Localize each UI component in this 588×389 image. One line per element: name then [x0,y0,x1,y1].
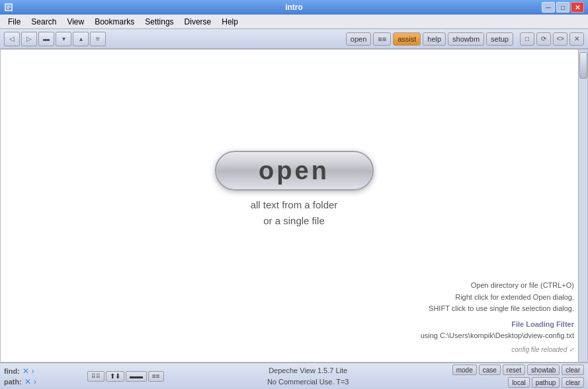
path-row: path: ✕ › [4,377,83,386]
title-bar-left [4,3,13,12]
info-open-title: Open directory or file (CTRL+O) [421,280,574,292]
setup-button[interactable]: setup [486,32,513,46]
info-filter-title: File Loading Filter [421,319,574,331]
subtitle-line2: or a single file [251,213,338,229]
copy-icon-button[interactable]: □ [520,32,534,46]
sort-icon-btn[interactable]: ⬆⬇ [106,371,124,382]
lines-icon-btn[interactable]: ▬▬ [126,371,147,382]
config-reload-text: config file reloaded ✓ [421,345,574,355]
find-arrow-icon[interactable]: › [32,367,34,376]
status-line1: Depeche View 1.5.7 Lite [168,365,448,376]
open-button[interactable]: open [346,32,371,46]
main-open-button[interactable]: open [215,151,374,191]
clear-button-bottom[interactable]: clear [562,377,584,388]
lines-button[interactable]: ≡≡ [373,32,391,46]
path-label: path: [4,378,22,386]
menu-settings[interactable]: Settings [140,16,179,28]
toolbar: ◁ ▷ ▬ ▾ ▴ ≡ open ≡≡ assist help showbm s… [0,29,588,49]
app-icon [4,3,13,12]
info-text-area: Open directory or file (CTRL+O) Right cl… [421,280,574,355]
refresh-icon-button[interactable]: ⟳ [536,32,551,46]
menu-search[interactable]: Search [26,16,62,28]
menu-diverse[interactable]: Diverse [179,16,217,28]
close-icon-button[interactable]: ✕ [569,32,584,46]
showbm-button[interactable]: showbm [448,32,484,46]
menu-bookmarks[interactable]: Bookmarks [89,16,140,28]
path-icon[interactable]: ✕ [24,377,31,386]
info-open-line3: SHIFT click to use single file selection… [421,303,574,315]
center-icon-area: ⠿⠿ ⬆⬇ ▬▬ ≡≡ [87,371,164,382]
info-open-line2: Right click for extended Open dialog. [421,292,574,304]
toolbar-back[interactable]: ◁ [4,32,20,46]
code-icon-button[interactable]: <> [553,32,567,46]
clear-button-top[interactable]: clear [562,365,584,375]
status-line2: No Commercial Use. T=3 [168,376,448,388]
menu-view[interactable]: View [62,16,89,28]
find-row: find: ✕ › [4,367,83,376]
main-content-area: open all text from a folder or a single … [0,49,588,363]
status-row1: mode case reset showtab clear [452,365,584,375]
grid-icon-btn[interactable]: ⠿⠿ [87,371,105,382]
toolbar-forward[interactable]: ▷ [21,32,37,46]
scrollbar[interactable] [578,50,587,362]
menu-icon-btn[interactable]: ≡≡ [148,371,164,382]
mode-button[interactable]: mode [452,365,477,375]
path-arrow-icon[interactable]: › [34,377,36,386]
window-title: intro [285,3,303,12]
open-button-container: open all text from a folder or a single … [215,151,374,229]
maximize-button[interactable]: □ [556,2,569,13]
reset-button[interactable]: reset [503,365,525,375]
scroll-thumb[interactable] [579,52,587,79]
local-button[interactable]: local [508,377,530,388]
toolbar-menu[interactable]: ▬ [38,32,54,46]
right-toolbar: open ≡≡ assist help showbm setup □ ⟳ <> … [346,32,584,46]
toolbar-list[interactable]: ≡ [90,32,106,46]
status-right-area: mode case reset showtab clear local path… [452,365,584,388]
find-path-area: find: ✕ › path: ✕ › [4,367,83,386]
case-button[interactable]: case [479,365,501,375]
open-button-label: open [259,157,329,185]
title-bar: intro ─ □ ✕ [0,0,588,15]
pathup-button[interactable]: pathup [532,377,560,388]
toolbar-down[interactable]: ▾ [56,32,71,46]
info-filter-line2: using C:\Users\kompik\Desktop\dview-conf… [421,330,574,342]
title-buttons[interactable]: ─ □ ✕ [542,2,584,13]
menu-bar: File Search View Bookmarks Settings Dive… [0,15,588,29]
open-subtitle: all text from a folder or a single file [251,197,338,229]
toolbar-up[interactable]: ▴ [73,32,89,46]
minimize-button[interactable]: ─ [542,2,555,13]
menu-help[interactable]: Help [216,16,243,28]
find-icon[interactable]: ✕ [22,367,29,376]
subtitle-line1: all text from a folder [251,197,338,213]
assist-button[interactable]: assist [393,32,421,46]
close-button[interactable]: ✕ [571,2,584,13]
find-label: find: [4,367,20,375]
help-button[interactable]: help [423,32,446,46]
status-row2: local pathup clear [508,377,584,388]
status-bar: find: ✕ › path: ✕ › ⠿⠿ ⬆⬇ ▬▬ ≡≡ Depeche … [0,363,588,389]
menu-file[interactable]: File [3,16,26,28]
showtab-button[interactable]: showtab [527,365,560,375]
status-center-text: Depeche View 1.5.7 Lite No Commercial Us… [168,365,448,387]
